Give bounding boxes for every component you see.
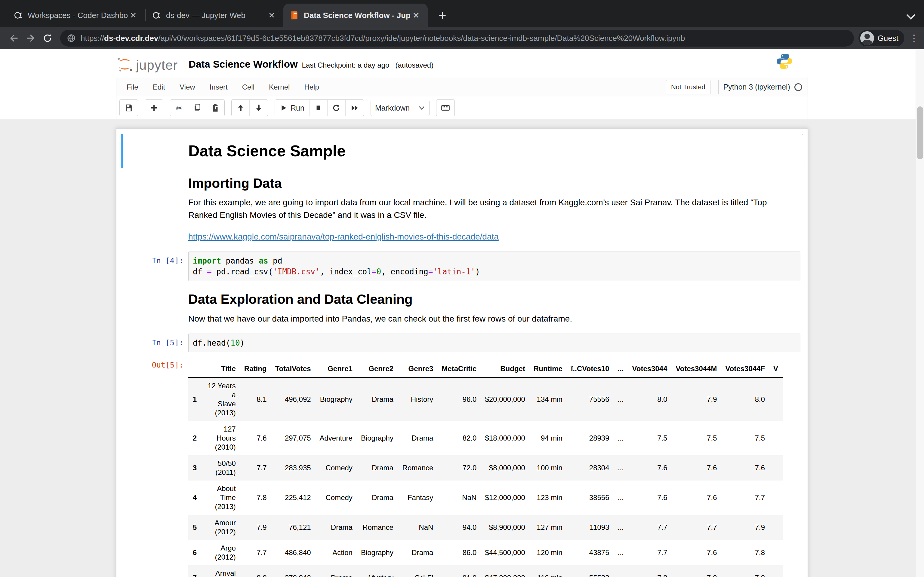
table-cell: 11093	[567, 515, 614, 540]
table-cell: 123 min	[529, 480, 567, 515]
tab-close-icon[interactable]: ✕	[410, 10, 422, 21]
cell-code-5[interactable]: In [5]: df.head(10)	[121, 330, 803, 356]
table-cell: 120 min	[529, 540, 567, 565]
menu-edit[interactable]: Edit	[145, 83, 172, 91]
table-cell: Mystery	[357, 565, 397, 577]
menu-insert[interactable]: Insert	[202, 83, 235, 91]
tab-jupyter-web[interactable]: ds-dev — Jupyter Web ✕	[145, 3, 283, 27]
tab-close-icon[interactable]: ✕	[266, 10, 277, 21]
coder-icon	[152, 11, 161, 20]
url-bar[interactable]: https://ds-dev.cdr.dev/api/v0/workspaces…	[60, 30, 854, 47]
kernel-idle-icon	[794, 83, 802, 91]
column-header: Genre2	[357, 361, 397, 377]
table-cell: 127 Hours (2010)	[201, 421, 240, 455]
scrollbar-thumb[interactable]	[917, 106, 923, 159]
section-heading: Importing Data	[188, 176, 800, 191]
table-cell	[769, 480, 783, 515]
table-cell: 297,075	[271, 421, 315, 455]
back-button[interactable]	[5, 30, 22, 47]
autosave-status: (autosaved)	[395, 61, 433, 69]
tab-search-chevron-icon[interactable]	[905, 13, 916, 21]
table-cell: 96.0	[437, 377, 481, 421]
url-text: https://ds-dev.cdr.dev/api/v0/workspaces…	[81, 34, 685, 43]
table-cell: $8,900,000	[481, 515, 529, 540]
notebook-title[interactable]: Data Science Workflow	[189, 59, 298, 70]
table-row: 6Argo (2012)7.7486,840ActionBiographyDra…	[188, 540, 783, 565]
chevron-down-icon	[418, 106, 425, 110]
table-cell: 7.8	[721, 565, 769, 577]
tab-data-science-workflow[interactable]: Data Science Workflow - Jupyt ✕	[283, 3, 428, 27]
table-cell: 8.0	[240, 565, 271, 577]
avatar-icon	[860, 31, 874, 45]
run-button[interactable]: Run	[275, 100, 310, 116]
table-cell: 7.7	[240, 540, 271, 565]
paste-cell-button[interactable]	[206, 100, 225, 116]
command-palette-button[interactable]	[436, 100, 454, 116]
notebook-body-background: Data Science Sample Importing Data For t…	[0, 119, 924, 577]
move-cell-down-button[interactable]	[250, 100, 268, 116]
table-row: 2127 Hours (2010)7.6297,075AdventureBiog…	[188, 421, 783, 455]
code-input[interactable]: import pandas as pddf = pd.read_csv('IMD…	[188, 251, 800, 281]
table-cell: 82.0	[437, 421, 481, 455]
cell-markdown-importing[interactable]: Importing Data For this example, we are …	[121, 168, 803, 248]
jupyter-page: jupyter Data Science Workflow Last Check…	[0, 49, 924, 577]
table-cell: 7.9	[721, 515, 769, 540]
table-cell: 28939	[567, 421, 614, 455]
interrupt-kernel-button[interactable]	[310, 100, 328, 116]
table-cell: $47,000,000	[481, 565, 529, 577]
not-trusted-button[interactable]: Not Trusted	[666, 80, 711, 94]
cell-code-4[interactable]: In [4]: import pandas as pddf = pd.read_…	[121, 248, 803, 284]
tab-coder-dashboard[interactable]: Workspaces - Coder Dashboar ✕	[7, 3, 145, 27]
move-cell-up-button[interactable]	[232, 100, 250, 116]
table-cell: Drama	[357, 377, 397, 421]
reload-button[interactable]	[39, 30, 56, 47]
row-index: 4	[188, 480, 201, 515]
table-cell: 81.0	[437, 565, 481, 577]
notebook-container: Data Science Sample Importing Data For t…	[116, 128, 808, 577]
new-tab-button[interactable]: +	[435, 8, 451, 23]
table-cell: Romance	[397, 455, 437, 480]
in-prompt: In [4]:	[125, 251, 188, 281]
page-scrollbar[interactable]	[916, 49, 924, 577]
forward-button[interactable]	[22, 30, 39, 47]
save-button[interactable]	[120, 100, 138, 116]
menubar-divider	[718, 80, 719, 94]
menu-help[interactable]: Help	[297, 83, 326, 91]
profile-button[interactable]: Guest	[858, 30, 905, 47]
cell-type-select[interactable]: Markdown	[371, 100, 430, 116]
copy-cell-button[interactable]	[188, 100, 206, 116]
table-cell: 116 min	[529, 565, 567, 577]
cell-markdown-exploration[interactable]: Data Exploration and Data Cleaning Now t…	[121, 284, 803, 330]
restart-run-all-button[interactable]	[346, 100, 363, 116]
table-cell: 7.8	[721, 540, 769, 565]
table-cell: Adventure	[315, 421, 357, 455]
menu-file[interactable]: File	[120, 83, 145, 91]
table-cell: 496,092	[271, 377, 315, 421]
cell-markdown-title[interactable]: Data Science Sample	[121, 134, 803, 168]
table-cell: 7.7	[628, 540, 672, 565]
table-cell: 7.6	[672, 455, 721, 480]
browser-tab-strip: Workspaces - Coder Dashboar ✕ ds-dev — J…	[0, 0, 924, 27]
menu-kernel[interactable]: Kernel	[262, 83, 297, 91]
browser-menu-icon[interactable]: ⋮	[909, 34, 919, 43]
cut-cell-button[interactable]: ✂	[170, 100, 188, 116]
jupyter-logo[interactable]: jupyter	[116, 56, 178, 73]
table-cell: ...	[614, 421, 628, 455]
restart-kernel-button[interactable]	[328, 100, 346, 116]
add-cell-button[interactable]	[145, 100, 163, 116]
table-cell: Romance	[357, 515, 397, 540]
code-input[interactable]: df.head(10)	[188, 334, 800, 352]
table-cell: ...	[614, 377, 628, 421]
table-cell: Drama	[357, 480, 397, 515]
table-cell: 43875	[567, 540, 614, 565]
globe-icon	[67, 34, 76, 43]
column-header: Votes3044M	[672, 361, 721, 377]
menu-cell[interactable]: Cell	[235, 83, 262, 91]
browser-toolbar: https://ds-dev.cdr.dev/api/v0/workspaces…	[0, 27, 924, 49]
table-cell: 7.6	[721, 455, 769, 480]
table-cell: Drama	[397, 421, 437, 455]
menu-view[interactable]: View	[172, 83, 202, 91]
tab-close-icon[interactable]: ✕	[128, 10, 139, 21]
column-header: TotalVotes	[271, 361, 315, 377]
kaggle-link[interactable]: https://www.kaggle.com/saipranava/top-ra…	[188, 232, 499, 241]
